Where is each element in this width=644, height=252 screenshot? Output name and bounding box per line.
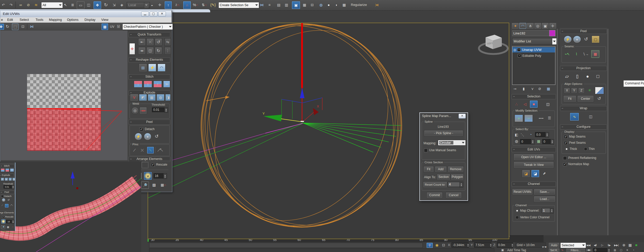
save-button[interactable]: Save... xyxy=(534,189,555,195)
spherical-map-icon[interactable]: ● xyxy=(583,73,592,80)
strip-reset-peel-icon[interactable]: ↺ xyxy=(7,198,10,202)
strip-stitch-icon3[interactable]: ≫ xyxy=(10,168,14,172)
zoom-extents-clock-icon[interactable]: ◔ xyxy=(631,248,636,252)
flatten-custom-icon[interactable]: ◨ xyxy=(165,94,171,101)
unfold-strip-icon[interactable]: ◫ xyxy=(586,113,595,120)
strip-stitch-icon2[interactable]: ↑ xyxy=(5,168,10,172)
expand-to-seams-icon[interactable]: ▦ xyxy=(591,50,599,58)
time-configuration-icon[interactable]: ▥ xyxy=(612,248,617,252)
configure-rollout-header[interactable]: Configure xyxy=(560,124,607,130)
zoom-value-icon[interactable]: ⊕ xyxy=(621,242,627,248)
stack-item-unwrap-uvw[interactable]: ◎ + Unwrap UVW xyxy=(512,47,555,52)
reset-count-field[interactable]: 4 xyxy=(448,182,461,187)
viewcube[interactable]: LEFT xyxy=(479,35,508,54)
normalize-map-checkbox[interactable] xyxy=(563,163,567,166)
strip-explode-icon4[interactable]: ◨ xyxy=(12,177,15,181)
strip-rescale-checkbox[interactable] xyxy=(2,215,5,218)
distribute-icon[interactable]: ⋮ xyxy=(165,47,171,54)
strip-grid-snap-icon[interactable]: ∩ xyxy=(11,225,14,229)
selection-lock-icon[interactable]: ⚲ xyxy=(426,242,433,248)
quick-transform-header[interactable]: Quick Transform xyxy=(129,32,170,37)
lock-icon[interactable]: ◉ xyxy=(434,242,440,248)
pin-select-icon[interactable]: ⟋↖ xyxy=(157,147,163,153)
configure-modifier-sets-icon[interactable]: ▦ xyxy=(545,86,552,92)
remove-modifier-icon[interactable]: ⊘ xyxy=(536,86,543,92)
pack-normalize-icon[interactable]: ▧ xyxy=(150,182,158,188)
move-uv-icon[interactable]: ✥ xyxy=(0,23,4,30)
z-coord-field[interactable]: 0.0m xyxy=(497,242,513,248)
point-to-point-seam-icon[interactable]: ⌇ xyxy=(573,51,580,57)
prevent-reflattening-checkbox[interactable] xyxy=(563,156,567,160)
mirror-uv-icon[interactable]: ⋈ xyxy=(29,23,35,30)
absolute-offset-toggle-icon[interactable]: ⊡ xyxy=(441,242,446,248)
vertex-mode-icon[interactable]: ∴ xyxy=(513,101,520,107)
break-icon[interactable]: V xyxy=(130,94,138,101)
set-key-button[interactable]: Set K. xyxy=(548,248,560,252)
select-and-manipulate-icon[interactable]: ✛ xyxy=(156,1,163,9)
rendered-frame-window-icon[interactable]: ▩ xyxy=(341,1,348,9)
rotate-cw-icon[interactable]: ↻ xyxy=(155,47,162,54)
curve-editor-icon[interactable]: ▣ xyxy=(292,1,300,9)
grid-snap-icon[interactable]: ▦∩ xyxy=(160,182,167,188)
relax-tool-icon[interactable]: ◠ xyxy=(157,64,166,72)
y-axis-arrow[interactable] xyxy=(264,115,282,121)
align-z-button[interactable]: Z xyxy=(578,88,584,93)
stitch-custom-icon[interactable]: ↓ xyxy=(134,80,142,88)
align-y-button[interactable]: Y xyxy=(571,88,577,93)
load-button[interactable]: Load... xyxy=(534,196,555,202)
add-button[interactable]: Add xyxy=(435,166,447,172)
select-and-scale-icon[interactable]: ⇲ xyxy=(110,1,118,9)
minimize-button[interactable]: ▁ xyxy=(141,12,149,16)
key-mode-toggle-icon[interactable]: |◀▶| xyxy=(586,248,592,252)
wrap-rollout-header[interactable]: Wrap xyxy=(560,106,607,111)
strip-stitch-icon[interactable]: ↕ xyxy=(1,168,5,172)
box-map-icon[interactable]: □ xyxy=(594,73,602,80)
track-bar[interactable] xyxy=(149,243,423,248)
thick-radio[interactable] xyxy=(565,147,568,151)
weld-threshold-field[interactable]: 0.01 xyxy=(152,107,166,112)
object-color-swatch[interactable] xyxy=(549,30,555,36)
smoothing-group-spinner[interactable] xyxy=(531,139,535,145)
menu-item-mapping[interactable]: Mapping xyxy=(49,18,62,22)
strip-padding-spinner[interactable] xyxy=(12,220,14,224)
stitch-to-source-icon[interactable]: ↑ xyxy=(153,80,162,88)
quick-peel-icon[interactable]: ⚡ xyxy=(564,35,572,43)
selection-rollout-header[interactable]: Selection xyxy=(512,94,556,99)
align-section-button[interactable]: Section xyxy=(437,174,450,180)
viewport-layout-icon[interactable]: ▦ xyxy=(627,242,633,248)
select-loop-icon[interactable]: ╍╍ xyxy=(538,116,545,121)
spinner-snap-toggle-icon[interactable]: ⇅∩ xyxy=(200,1,208,9)
tab-motion[interactable]: ◎ xyxy=(534,23,541,29)
percent-snap-toggle-icon[interactable]: %∩ xyxy=(192,1,199,9)
pelt-map-icon[interactable]: ▢ xyxy=(591,35,600,43)
command-panel-scrollbar-right[interactable] xyxy=(607,29,608,239)
command-panel-scrollbar[interactable] xyxy=(557,29,558,239)
best-align-icon[interactable] xyxy=(595,87,604,94)
rearrange-region-icon[interactable] xyxy=(142,162,148,168)
expand-plus-icon[interactable]: + xyxy=(518,54,521,57)
render-setup-icon[interactable]: ◍ xyxy=(317,1,325,9)
strip-zoom-region-icon[interactable]: 🔎 xyxy=(1,225,5,229)
reset-count-button[interactable]: Reset Count to: xyxy=(423,182,447,188)
freeform-mode-icon[interactable]: ⊡ xyxy=(20,23,26,30)
select-by-name-icon[interactable]: ≣ xyxy=(69,1,76,8)
menu-item-e[interactable]: e xyxy=(1,18,3,22)
current-frame-spinner[interactable] xyxy=(607,248,611,252)
edge-to-seam-icon[interactable]: ∖→ xyxy=(582,51,590,57)
layer-manager-icon[interactable]: ▥ xyxy=(283,1,290,9)
peel-seams-checkbox[interactable] xyxy=(564,141,567,145)
edge-mode-icon[interactable]: ◁ xyxy=(521,101,529,107)
select-and-rotate-icon[interactable]: ↻ xyxy=(102,1,110,9)
open-uv-editor-button[interactable]: Open UV Editor ... xyxy=(514,154,554,160)
pin-move-icon[interactable]: ⟋ xyxy=(131,147,138,153)
quick-map-gizmo-icon[interactable]: ⬈ xyxy=(540,170,548,177)
material-editor-icon[interactable]: ● xyxy=(325,1,332,9)
select-and-move-icon[interactable]: ✥ xyxy=(93,1,101,9)
relax-custom-icon[interactable]: ▤ xyxy=(139,64,147,72)
edit-uvs-rollout-header[interactable]: Edit UVs xyxy=(512,147,556,152)
padding-spinner[interactable] xyxy=(163,173,167,179)
align-vertical-icon[interactable]: ⤫ xyxy=(147,38,154,46)
edit-uvws-titlebar[interactable]: Edit UVWs ▁ ▢ ✕ xyxy=(0,11,172,17)
set-key-big-icon[interactable]: ⊶ xyxy=(541,243,547,251)
projection-center-button[interactable]: Center xyxy=(577,95,594,102)
